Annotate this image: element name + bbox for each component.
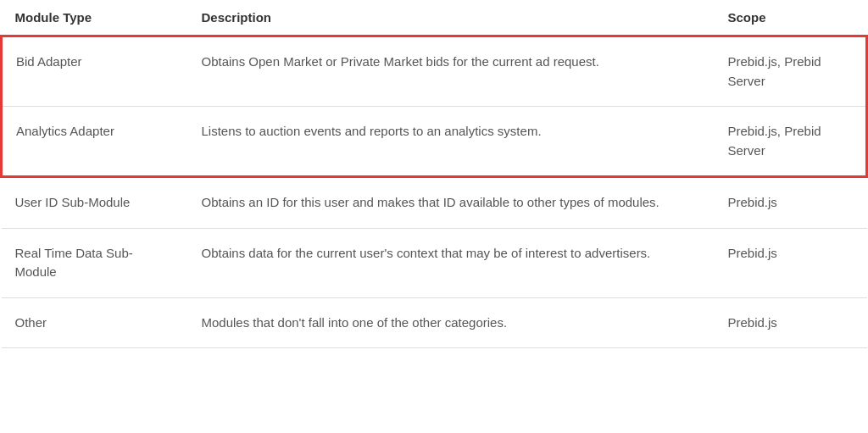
header-description: Description: [188, 0, 715, 36]
cell-module-type: Analytics Adapter: [2, 107, 188, 177]
header-module-type: Module Type: [2, 0, 188, 36]
cell-description: Listens to auction events and reports to…: [188, 107, 715, 177]
cell-scope: Prebid.js: [715, 297, 867, 348]
module-types-table: Module Type Description Scope Bid Adapte…: [0, 0, 868, 348]
table-row: User ID Sub-ModuleObtains an ID for this…: [2, 177, 867, 229]
cell-scope: Prebid.js: [715, 177, 867, 229]
table-row: Analytics AdapterListens to auction even…: [2, 107, 867, 177]
cell-description: Modules that don't fall into one of the …: [188, 297, 715, 348]
cell-scope: Prebid.js, Prebid Server: [715, 107, 867, 177]
cell-description: Obtains an ID for this user and makes th…: [188, 177, 715, 229]
cell-module-type: Bid Adapter: [2, 36, 188, 107]
cell-module-type: User ID Sub-Module: [2, 177, 188, 229]
cell-description: Obtains data for the current user's cont…: [188, 228, 715, 297]
table-header-row: Module Type Description Scope: [2, 0, 867, 36]
cell-module-type: Other: [2, 297, 188, 348]
cell-scope: Prebid.js: [715, 228, 867, 297]
header-scope: Scope: [715, 0, 867, 36]
cell-scope: Prebid.js, Prebid Server: [715, 36, 867, 107]
table-row: Bid AdapterObtains Open Market or Privat…: [2, 36, 867, 107]
table-row: OtherModules that don't fall into one of…: [2, 297, 867, 348]
cell-module-type: Real Time Data Sub-Module: [2, 228, 188, 297]
cell-description: Obtains Open Market or Private Market bi…: [188, 36, 715, 107]
table-row: Real Time Data Sub-ModuleObtains data fo…: [2, 228, 867, 297]
